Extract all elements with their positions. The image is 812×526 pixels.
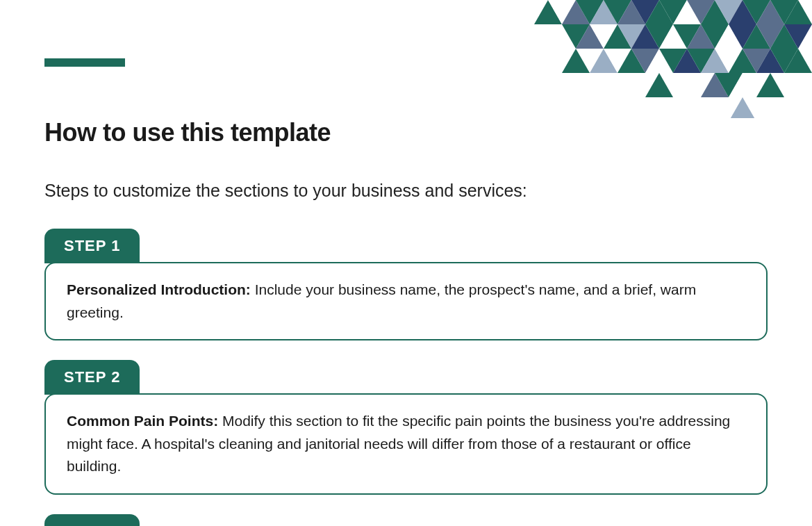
svg-marker-11 bbox=[687, 0, 715, 24]
step-tab: STEP 3 bbox=[44, 514, 140, 526]
svg-marker-41 bbox=[631, 49, 659, 73]
svg-marker-23 bbox=[604, 24, 631, 49]
step-body: Personalized Introduction: Include your … bbox=[44, 262, 768, 340]
svg-marker-5 bbox=[604, 0, 631, 24]
accent-bar bbox=[44, 58, 125, 67]
svg-marker-38 bbox=[590, 49, 618, 73]
svg-marker-54 bbox=[701, 73, 729, 97]
svg-marker-44 bbox=[673, 49, 701, 73]
svg-marker-53 bbox=[645, 73, 673, 97]
svg-marker-3 bbox=[576, 0, 604, 24]
svg-marker-7 bbox=[631, 0, 659, 24]
svg-marker-36 bbox=[784, 24, 812, 49]
document-page: How to use this template Steps to custom… bbox=[0, 0, 812, 526]
content-area: How to use this template Steps to custom… bbox=[44, 118, 768, 526]
svg-marker-34 bbox=[756, 24, 784, 49]
svg-marker-9 bbox=[659, 0, 687, 24]
svg-marker-42 bbox=[645, 49, 673, 73]
svg-marker-21 bbox=[576, 24, 604, 49]
step-body: Common Pain Points: Modify this section … bbox=[44, 393, 768, 495]
page-subtitle: Steps to customize the sections to your … bbox=[44, 181, 768, 201]
page-title: How to use this template bbox=[44, 118, 768, 147]
svg-marker-55 bbox=[715, 73, 743, 97]
svg-marker-40 bbox=[618, 49, 645, 73]
step-tab: STEP 1 bbox=[44, 229, 140, 263]
svg-marker-10 bbox=[673, 0, 701, 24]
svg-marker-6 bbox=[618, 0, 645, 24]
svg-marker-14 bbox=[729, 0, 756, 24]
svg-marker-49 bbox=[743, 49, 770, 73]
svg-marker-32 bbox=[729, 24, 756, 49]
triangle-pattern-decoration bbox=[534, 0, 812, 118]
svg-marker-57 bbox=[756, 73, 784, 97]
svg-marker-58 bbox=[729, 97, 756, 118]
svg-marker-35 bbox=[770, 24, 798, 49]
svg-marker-0 bbox=[534, 0, 562, 24]
svg-marker-29 bbox=[687, 24, 715, 49]
svg-marker-33 bbox=[743, 24, 770, 49]
svg-marker-46 bbox=[701, 49, 729, 73]
step-tab: STEP 2 bbox=[44, 360, 140, 395]
svg-marker-4 bbox=[590, 0, 618, 24]
svg-marker-13 bbox=[715, 0, 743, 24]
step-1: STEP 1 Personalized Introduction: Includ… bbox=[44, 229, 768, 340]
svg-marker-17 bbox=[770, 0, 798, 24]
svg-marker-24 bbox=[618, 24, 645, 49]
svg-marker-26 bbox=[645, 24, 673, 49]
svg-marker-56 bbox=[729, 73, 756, 97]
svg-marker-15 bbox=[743, 0, 770, 24]
svg-marker-25 bbox=[631, 24, 659, 49]
svg-marker-52 bbox=[784, 49, 812, 73]
step-2: STEP 2 Common Pain Points: Modify this s… bbox=[44, 360, 768, 495]
svg-marker-30 bbox=[701, 24, 729, 49]
step-bold: Common Pain Points: bbox=[67, 413, 222, 429]
svg-marker-16 bbox=[756, 0, 784, 24]
svg-marker-37 bbox=[562, 49, 590, 73]
svg-marker-19 bbox=[548, 24, 576, 49]
svg-marker-18 bbox=[784, 0, 812, 24]
svg-marker-31 bbox=[715, 24, 743, 49]
svg-marker-48 bbox=[729, 49, 756, 73]
svg-marker-22 bbox=[590, 24, 618, 49]
svg-marker-43 bbox=[659, 49, 687, 73]
svg-marker-28 bbox=[673, 24, 701, 49]
svg-marker-47 bbox=[715, 49, 743, 73]
step-bold: Personalized Introduction: bbox=[67, 281, 255, 297]
svg-marker-2 bbox=[562, 0, 590, 24]
svg-marker-39 bbox=[604, 49, 631, 73]
svg-marker-27 bbox=[659, 24, 687, 49]
svg-marker-12 bbox=[701, 0, 729, 24]
svg-marker-45 bbox=[687, 49, 715, 73]
svg-marker-1 bbox=[548, 0, 576, 24]
svg-marker-51 bbox=[770, 49, 798, 73]
step-3: STEP 3 Value Propositions and Service Of… bbox=[44, 514, 768, 526]
svg-marker-50 bbox=[756, 49, 784, 73]
svg-marker-8 bbox=[645, 0, 673, 24]
svg-marker-20 bbox=[562, 24, 590, 49]
